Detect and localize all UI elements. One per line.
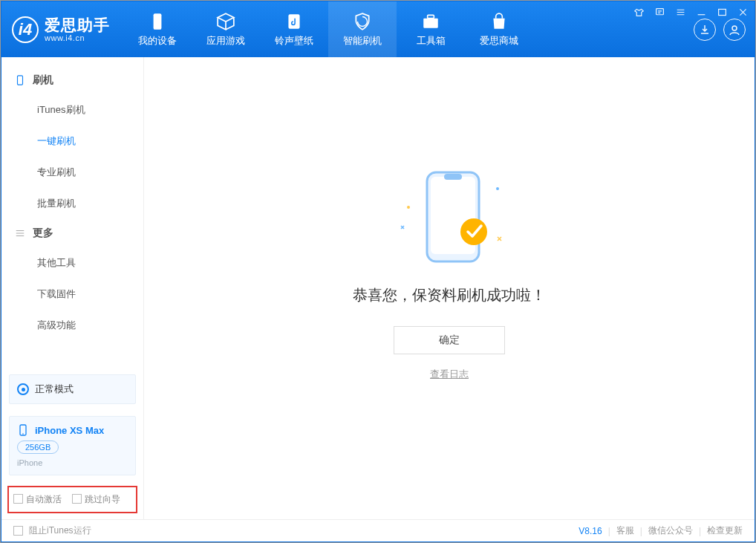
sidebar-item-download-firmware[interactable]: 下载固件 [1,279,143,310]
device-phone-icon [17,424,29,436]
minimize-button[interactable] [694,4,708,19]
device-box[interactable]: iPhone XS Max 256GB iPhone [9,416,136,475]
svg-rect-7 [18,76,23,85]
sidebar-item-itunes-flash[interactable]: iTunes刷机 [1,94,143,126]
maximize-button[interactable] [714,4,729,19]
header: i4 爱思助手 www.i4.cn 我的设备 应用游戏 铃声壁纸 智能刷机 [1,1,755,57]
nav-store[interactable]: 爱思商城 [465,1,533,57]
svg-point-6 [732,26,737,30]
feedback-icon[interactable] [652,4,667,19]
app-window: i4 爱思助手 www.i4.cn 我的设备 应用游戏 铃声壁纸 智能刷机 [1,1,755,542]
sidebar-group-more: 更多 [1,219,143,247]
svg-point-11 [496,187,499,190]
logo-block: i4 爱思助手 www.i4.cn [1,1,123,57]
nav-ringtone[interactable]: 铃声壁纸 [260,1,328,57]
ok-button[interactable]: 确定 [394,326,505,354]
mode-box[interactable]: 正常模式 [9,374,136,404]
svg-point-9 [22,433,24,435]
close-button[interactable] [735,4,750,19]
sidebar-item-pro-flash[interactable]: 专业刷机 [1,157,143,188]
support-link[interactable]: 客服 [616,524,634,537]
app-subtitle: www.i4.cn [45,33,110,42]
menu-icon[interactable] [673,4,688,19]
cube-icon [216,12,235,31]
body: 刷机 iTunes刷机 一键刷机 专业刷机 批量刷机 更多 其他工具 下载固件 … [1,57,755,519]
device-capacity: 256GB [17,440,59,454]
svg-point-15 [460,218,487,245]
nav-flash[interactable]: 智能刷机 [328,1,397,57]
sidebar-item-batch-flash[interactable]: 批量刷机 [1,188,143,219]
window-controls [631,4,750,19]
options-highlight-box: 自动激活 跳过向导 [7,486,137,513]
svg-rect-2 [154,13,162,30]
version-label: V8.16 [579,526,602,536]
skip-guide-checkbox[interactable]: 跳过向导 [72,493,120,506]
sidebar-item-onekey-flash[interactable]: 一键刷机 [1,126,143,157]
sidebar-group-flash: 刷机 [1,66,143,94]
check-update-link[interactable]: 检查更新 [707,524,743,537]
sidebar: 刷机 iTunes刷机 一键刷机 专业刷机 批量刷机 更多 其他工具 下载固件 … [1,57,144,519]
sidebar-item-other-tools[interactable]: 其他工具 [1,247,143,279]
svg-point-10 [407,206,410,209]
list-icon [15,228,25,238]
svg-rect-0 [656,8,663,14]
download-icon[interactable] [694,19,716,41]
main-content: 恭喜您，保资料刷机成功啦！ 确定 查看日志 [144,57,755,519]
view-log-link[interactable]: 查看日志 [430,368,469,381]
user-icon[interactable] [723,19,746,41]
auto-activate-checkbox[interactable]: 自动激活 [13,493,62,506]
svg-rect-3 [288,14,299,29]
svg-rect-1 [718,9,726,15]
block-itunes-checkbox[interactable]: 阻止iTunes运行 [13,524,91,537]
shirt-icon[interactable] [631,4,646,19]
wechat-link[interactable]: 微信公众号 [648,524,693,537]
nav-apps[interactable]: 应用游戏 [192,1,260,57]
shield-icon [353,12,372,31]
phone-icon [148,12,167,31]
success-message: 恭喜您，保资料刷机成功啦！ [353,285,546,305]
device-name: iPhone XS Max [35,425,104,436]
mode-label: 正常模式 [35,383,74,396]
sidebar-item-advanced[interactable]: 高级功能 [1,310,143,341]
normal-mode-icon [17,383,29,395]
device-type: iPhone [17,458,128,467]
music-icon [284,12,304,31]
nav-toolbox[interactable]: 工具箱 [397,1,465,57]
footer: 阻止iTunes运行 V8.16 | 客服 | 微信公众号 | 检查更新 [1,519,755,542]
svg-rect-4 [423,18,438,27]
nav-my-device[interactable]: 我的设备 [123,1,192,57]
app-title: 爱思助手 [45,16,110,33]
bag-icon [489,12,509,31]
nav: 我的设备 应用游戏 铃声壁纸 智能刷机 工具箱 爱思商城 [123,1,533,57]
svg-rect-5 [428,15,434,18]
svg-rect-14 [444,174,462,180]
phone-small-icon [15,75,25,85]
toolbox-icon [421,12,440,31]
logo-icon: i4 [12,16,39,43]
success-illustration [386,166,512,273]
